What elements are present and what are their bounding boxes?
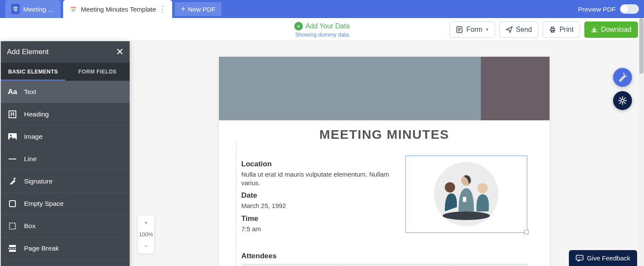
element-heading[interactable]: H Heading bbox=[1, 103, 130, 125]
margin-guide bbox=[236, 142, 237, 266]
location-value[interactable]: Nulla ut erat id mauris vulputate elemen… bbox=[241, 170, 398, 187]
svg-rect-6 bbox=[551, 31, 554, 32]
form-label: Form bbox=[466, 26, 482, 34]
svg-point-21 bbox=[577, 257, 578, 258]
preview-label: Preview PDF bbox=[578, 6, 616, 13]
gear-icon bbox=[618, 96, 627, 105]
table-header-row: Name Position Department bbox=[242, 264, 527, 266]
toggle-switch[interactable] bbox=[620, 4, 639, 14]
canvas[interactable]: MEETING MINUTES Location Nulla ut erat i… bbox=[130, 41, 639, 266]
svg-point-22 bbox=[579, 257, 580, 258]
page-break-icon bbox=[1, 245, 24, 252]
tab-meeting-template[interactable]: Meeting Minutes Template ⋮ bbox=[63, 0, 173, 18]
text-icon: Aa bbox=[1, 88, 24, 96]
new-pdf-button[interactable]: + New PDF bbox=[175, 2, 222, 16]
svg-rect-17 bbox=[463, 197, 466, 202]
data-info: + Add Your Data Showing dummy data bbox=[294, 18, 349, 41]
print-button[interactable]: Print bbox=[543, 21, 580, 38]
send-icon bbox=[506, 26, 513, 33]
print-label: Print bbox=[559, 26, 574, 34]
element-label: Heading bbox=[24, 110, 49, 118]
add-element-panel: Add Element ✕ BASIC ELEMENTS FORM FIELDS… bbox=[1, 41, 130, 266]
svg-point-8 bbox=[10, 135, 12, 136]
attendees-table[interactable]: Name Position Department Arcu mollis Con… bbox=[241, 264, 527, 266]
svg-point-14 bbox=[443, 211, 490, 220]
date-label[interactable]: Date bbox=[241, 191, 398, 200]
magic-fab[interactable] bbox=[613, 68, 632, 87]
dummy-data-note: Showing dummy data bbox=[294, 31, 349, 38]
tab-label: Meeting … bbox=[23, 6, 55, 13]
svg-point-19 bbox=[621, 99, 624, 102]
element-label: Page Break bbox=[24, 245, 59, 252]
send-label: Send bbox=[516, 26, 532, 34]
download-button[interactable]: Download bbox=[584, 21, 638, 38]
image-placeholder[interactable] bbox=[405, 156, 527, 233]
svg-rect-10 bbox=[9, 245, 16, 247]
magic-wand-icon bbox=[618, 73, 627, 82]
time-value[interactable]: 7:5 am bbox=[241, 225, 398, 233]
heading-icon: H bbox=[1, 110, 24, 118]
give-feedback-button[interactable]: Give Feedback bbox=[569, 250, 637, 266]
vertical-scrollbar[interactable] bbox=[639, 18, 644, 266]
element-label: Box bbox=[24, 222, 36, 230]
signature-icon bbox=[1, 177, 24, 186]
element-text[interactable]: Aa Text bbox=[1, 81, 130, 103]
send-button[interactable]: Send bbox=[499, 21, 538, 38]
close-icon[interactable]: ✕ bbox=[116, 46, 124, 58]
attendees-label[interactable]: Attendees bbox=[241, 252, 527, 260]
col-department: Department bbox=[449, 264, 527, 266]
action-bar: + Add Your Data Showing dummy data Form … bbox=[0, 18, 644, 41]
element-label: Line bbox=[24, 155, 36, 163]
form-button[interactable]: Form ▾ bbox=[450, 21, 495, 38]
element-box[interactable]: Box bbox=[1, 215, 130, 237]
element-label: Text bbox=[24, 88, 36, 96]
element-page-break[interactable]: Page Break bbox=[1, 237, 130, 260]
preview-pdf-toggle[interactable]: Preview PDF bbox=[578, 4, 639, 14]
print-icon bbox=[549, 26, 556, 33]
time-label[interactable]: Time bbox=[241, 214, 398, 223]
line-icon bbox=[1, 159, 24, 159]
svg-rect-5 bbox=[551, 27, 554, 29]
element-image[interactable]: Image bbox=[1, 125, 130, 148]
document-title[interactable]: MEETING MINUTES bbox=[219, 104, 550, 142]
tab-bar: Meeting … Meeting Minutes Template ⋮ + N… bbox=[0, 0, 644, 18]
date-value[interactable]: March 25, 1992 bbox=[241, 202, 398, 210]
plus-circle-icon: + bbox=[294, 22, 303, 31]
feedback-label: Give Feedback bbox=[587, 254, 630, 262]
svg-point-15 bbox=[445, 182, 455, 193]
tab-meeting-1[interactable]: Meeting … bbox=[5, 0, 61, 18]
chat-icon bbox=[576, 255, 583, 262]
plus-icon: + bbox=[181, 5, 185, 14]
chevron-down-icon: ▾ bbox=[486, 27, 489, 32]
col-position: Position bbox=[341, 264, 449, 266]
tab-form-fields[interactable]: FORM FIELDS bbox=[65, 63, 130, 81]
svg-rect-11 bbox=[9, 250, 16, 252]
element-line[interactable]: Line bbox=[1, 148, 130, 170]
doc-icon bbox=[69, 4, 78, 14]
box-icon bbox=[1, 222, 24, 230]
settings-fab[interactable] bbox=[613, 91, 632, 110]
element-empty-space[interactable]: Empty Space bbox=[1, 193, 130, 215]
download-icon bbox=[591, 26, 598, 33]
tab-basic-elements[interactable]: BASIC ELEMENTS bbox=[1, 63, 65, 81]
document-page[interactable]: MEETING MINUTES Location Nulla ut erat i… bbox=[219, 57, 550, 266]
element-label: Image bbox=[24, 133, 43, 141]
doc-icon bbox=[11, 4, 20, 14]
scrollbar-thumb[interactable] bbox=[639, 18, 644, 74]
element-signature[interactable]: Signature bbox=[1, 170, 130, 193]
add-your-data-button[interactable]: + Add Your Data bbox=[294, 22, 349, 31]
col-name: Name bbox=[242, 264, 341, 266]
form-icon bbox=[456, 26, 463, 33]
empty-space-icon bbox=[1, 200, 24, 207]
location-label[interactable]: Location bbox=[241, 160, 398, 168]
svg-point-18 bbox=[477, 183, 488, 193]
meeting-illustration bbox=[432, 160, 501, 229]
element-label: Signature bbox=[24, 177, 52, 185]
panel-title: Add Element bbox=[7, 48, 49, 56]
svg-rect-9 bbox=[9, 223, 15, 229]
add-data-label: Add Your Data bbox=[305, 22, 349, 30]
download-label: Download bbox=[601, 26, 632, 34]
tab-label: Meeting Minutes Template bbox=[81, 6, 156, 13]
new-pdf-label: New PDF bbox=[188, 6, 216, 13]
image-icon bbox=[1, 133, 24, 140]
